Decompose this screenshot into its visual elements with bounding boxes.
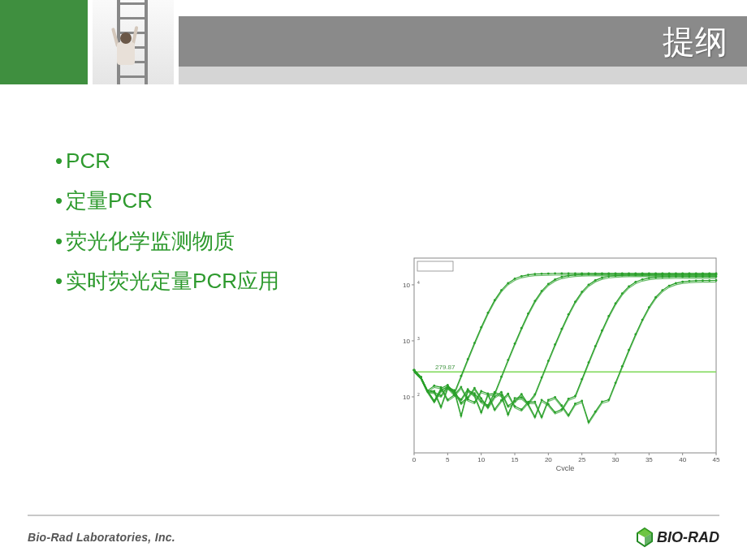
svg-point-217 (413, 369, 416, 372)
svg-point-92 (500, 376, 503, 378)
svg-point-140 (514, 397, 516, 399)
svg-point-129 (440, 394, 443, 397)
svg-text:30: 30 (612, 456, 620, 463)
svg-text:5: 5 (446, 456, 450, 463)
svg-point-210 (675, 276, 677, 278)
svg-point-257 (681, 281, 684, 283)
svg-point-56 (568, 272, 570, 274)
svg-point-205 (641, 278, 644, 281)
svg-text:3: 3 (417, 336, 420, 341)
svg-point-147 (560, 328, 563, 330)
svg-point-254 (661, 289, 663, 291)
svg-point-183 (494, 395, 496, 398)
svg-point-234 (527, 401, 529, 403)
svg-point-161 (654, 274, 657, 276)
svg-point-48 (514, 278, 516, 280)
svg-text:10: 10 (403, 282, 410, 289)
amplification-chart: 102103104 051015202530354045 279.87 Cycl… (382, 252, 723, 471)
svg-point-94 (514, 342, 516, 345)
svg-point-146 (554, 343, 556, 346)
svg-point-105 (588, 274, 590, 276)
svg-point-255 (668, 285, 671, 287)
svg-point-259 (695, 280, 697, 282)
svg-point-194 (568, 398, 570, 400)
svg-point-244 (594, 411, 597, 413)
svg-point-132 (460, 415, 462, 417)
svg-point-143 (533, 393, 536, 395)
svg-point-178 (460, 402, 462, 404)
biorad-logo: BIO-RAD (634, 527, 719, 548)
svg-point-248 (621, 365, 624, 368)
slide-footer: Bio-Rad Laboratories, Inc. BIO-RAD (0, 515, 747, 560)
svg-point-247 (615, 381, 617, 384)
svg-point-40 (460, 375, 462, 377)
svg-text:2: 2 (417, 392, 420, 397)
svg-point-233 (520, 408, 523, 411)
svg-point-97 (533, 299, 536, 302)
svg-point-174 (433, 390, 435, 392)
biorad-logo-mark (634, 527, 655, 548)
svg-point-108 (607, 273, 610, 275)
svg-point-107 (601, 273, 603, 275)
svg-point-103 (574, 274, 576, 276)
svg-point-154 (607, 275, 610, 278)
svg-point-45 (494, 299, 496, 302)
svg-point-211 (681, 276, 684, 278)
svg-rect-0 (414, 258, 716, 453)
svg-point-99 (547, 282, 550, 285)
svg-point-175 (440, 406, 443, 408)
svg-point-232 (514, 405, 516, 407)
svg-text:279.87: 279.87 (435, 364, 456, 371)
svg-point-82 (433, 400, 435, 403)
svg-point-214 (702, 275, 704, 278)
svg-point-190 (541, 398, 543, 401)
svg-point-52 (541, 273, 543, 275)
svg-point-203 (628, 286, 630, 288)
svg-point-227 (480, 390, 482, 393)
brand-color-block (0, 0, 88, 84)
svg-point-134 (473, 392, 476, 394)
svg-text:15: 15 (512, 456, 519, 463)
svg-point-106 (594, 274, 597, 276)
svg-point-159 (641, 274, 644, 276)
svg-point-158 (634, 274, 637, 276)
svg-point-220 (433, 385, 435, 387)
svg-point-261 (708, 279, 710, 282)
svg-point-202 (621, 292, 624, 295)
svg-point-149 (574, 300, 576, 303)
svg-point-253 (654, 296, 657, 299)
svg-point-182 (487, 406, 490, 408)
svg-point-238 (554, 396, 556, 398)
svg-point-189 (533, 416, 536, 418)
svg-point-55 (560, 272, 563, 274)
svg-point-223 (453, 394, 456, 396)
svg-text:35: 35 (646, 456, 653, 463)
svg-point-144 (541, 377, 543, 379)
svg-point-243 (588, 420, 590, 423)
svg-point-54 (554, 273, 556, 275)
svg-point-207 (654, 276, 657, 278)
svg-point-185 (507, 405, 509, 407)
svg-point-193 (560, 408, 563, 411)
svg-point-199 (601, 330, 603, 332)
svg-rect-1 (417, 261, 453, 271)
svg-point-95 (520, 327, 523, 330)
svg-point-209 (668, 276, 671, 278)
list-item: PCR (55, 141, 747, 181)
svg-point-181 (480, 397, 482, 399)
svg-point-187 (520, 393, 523, 395)
svg-point-102 (568, 274, 570, 277)
slide-header: 提纲 (0, 0, 747, 84)
svg-point-200 (607, 315, 610, 317)
svg-point-206 (648, 277, 650, 279)
svg-text:25: 25 (578, 456, 585, 463)
svg-point-151 (588, 283, 590, 286)
list-item: 定量PCR (55, 181, 747, 221)
svg-point-184 (500, 391, 503, 394)
svg-text:0: 0 (412, 456, 417, 463)
svg-point-221 (440, 386, 443, 389)
svg-point-216 (715, 275, 718, 278)
svg-point-141 (520, 396, 523, 398)
svg-point-186 (514, 400, 516, 403)
svg-point-46 (500, 289, 503, 291)
